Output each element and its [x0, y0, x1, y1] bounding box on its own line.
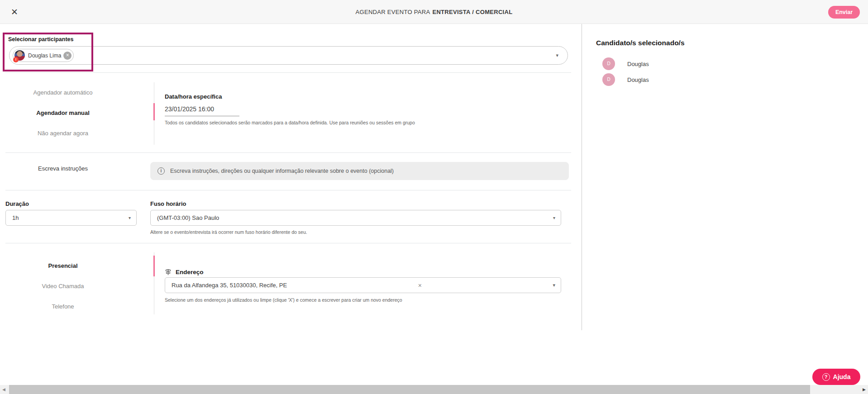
datetime-label: Data/hora específica	[165, 93, 222, 100]
scroll-right-icon[interactable]: ▶	[860, 385, 868, 394]
chevron-down-icon: ▾	[553, 215, 555, 220]
page-title: AGENDAR EVENTO PARA ENTREVISTA / COMERCI…	[0, 0, 868, 24]
chip-remove-icon[interactable]: ×	[63, 52, 72, 60]
instructions-input[interactable]: i Escreva instruções, direções ou qualqu…	[150, 162, 569, 180]
timezone-helper: Altere se o evento/entrevista irá ocorre…	[150, 229, 307, 235]
option-agendador-automatico[interactable]: Agendador automático	[0, 82, 126, 103]
option-video-chamada[interactable]: Video Chamada	[0, 276, 126, 296]
avatar: D	[602, 57, 615, 70]
horizontal-scrollbar[interactable]: ◀ ▶	[0, 385, 868, 394]
participants-select[interactable]: ! Douglas Lima × ▾	[9, 46, 568, 65]
page-title-event: ENTREVISTA / COMERCIAL	[432, 9, 512, 15]
address-header: Endereço	[165, 269, 204, 275]
scrollbar-thumb[interactable]	[9, 385, 810, 394]
option-telefone[interactable]: Telefone	[0, 296, 126, 317]
divider	[5, 243, 571, 243]
candidate-row: D Douglas	[602, 73, 649, 86]
info-icon: i	[157, 167, 165, 175]
alert-badge: !	[13, 57, 19, 62]
instructions-placeholder: Escreva instruções, direções ou qualquer…	[170, 168, 394, 174]
selected-indicator	[153, 256, 155, 276]
participant-chip: ! Douglas Lima ×	[13, 49, 74, 62]
top-bar: ✕ AGENDAR EVENTO PARA ENTREVISTA / COMER…	[0, 0, 868, 24]
timezone-label: Fuso horário	[150, 200, 186, 207]
signpost-icon	[165, 269, 172, 275]
datetime-input[interactable]: 23/01/2025 16:00	[165, 105, 239, 116]
question-mark-icon: ?	[822, 373, 830, 381]
scroll-left-icon[interactable]: ◀	[0, 385, 8, 394]
option-nao-agendar[interactable]: Não agendar agora	[0, 123, 126, 143]
page-title-prefix: AGENDAR EVENTO PARA	[356, 9, 430, 15]
datetime-helper: Todos os candidatos selecionados serão m…	[165, 120, 415, 125]
send-button[interactable]: Enviar	[828, 6, 860, 19]
divider	[582, 24, 582, 330]
help-label: Ajuda	[833, 373, 851, 380]
option-agendador-manual[interactable]: Agendador manual	[0, 103, 126, 123]
participants-label: Selecionar participantes	[8, 36, 74, 43]
divider	[5, 72, 571, 73]
option-presencial[interactable]: Presencial	[0, 256, 126, 276]
selected-indicator	[153, 103, 155, 120]
instructions-label: Escreva instruções	[0, 165, 126, 172]
address-helper: Selecione um dos endereços já utilizados…	[165, 297, 402, 303]
candidate-name: Douglas	[627, 76, 649, 83]
divider	[5, 152, 571, 153]
chevron-down-icon[interactable]: ▾	[556, 52, 558, 58]
candidate-row: D Douglas	[602, 57, 649, 70]
candidates-panel-title: Candidato/s selecionado/s	[596, 39, 685, 47]
duration-label: Duração	[5, 200, 29, 207]
clear-icon[interactable]: ×	[415, 282, 425, 289]
chevron-down-icon: ▾	[129, 215, 131, 220]
address-input[interactable]: Rua da Alfandega 35, 51030030, Recife, P…	[165, 277, 561, 293]
location-options: Presencial Video Chamada Telefone	[0, 256, 126, 317]
timezone-select[interactable]: (GMT-03:00) Sao Paulo ▾	[150, 210, 561, 226]
candidate-name: Douglas	[627, 61, 649, 67]
duration-select[interactable]: 1h ▾	[5, 210, 137, 226]
address-label: Endereço	[176, 269, 204, 275]
help-button[interactable]: ? Ajuda	[812, 369, 860, 385]
schedule-event-modal: ✕ AGENDAR EVENTO PARA ENTREVISTA / COMER…	[0, 0, 868, 394]
chevron-down-icon[interactable]: ▾	[553, 282, 555, 288]
scheduler-options: Agendador automático Agendador manual Nã…	[0, 82, 126, 143]
address-value: Rua da Alfandega 35, 51030030, Recife, P…	[172, 282, 287, 289]
avatar: D	[602, 73, 615, 86]
duration-value: 1h	[12, 214, 19, 221]
timezone-value: (GMT-03:00) Sao Paulo	[157, 214, 219, 221]
participant-avatar: !	[14, 50, 25, 61]
participant-name: Douglas Lima	[28, 52, 61, 59]
divider	[5, 190, 571, 190]
